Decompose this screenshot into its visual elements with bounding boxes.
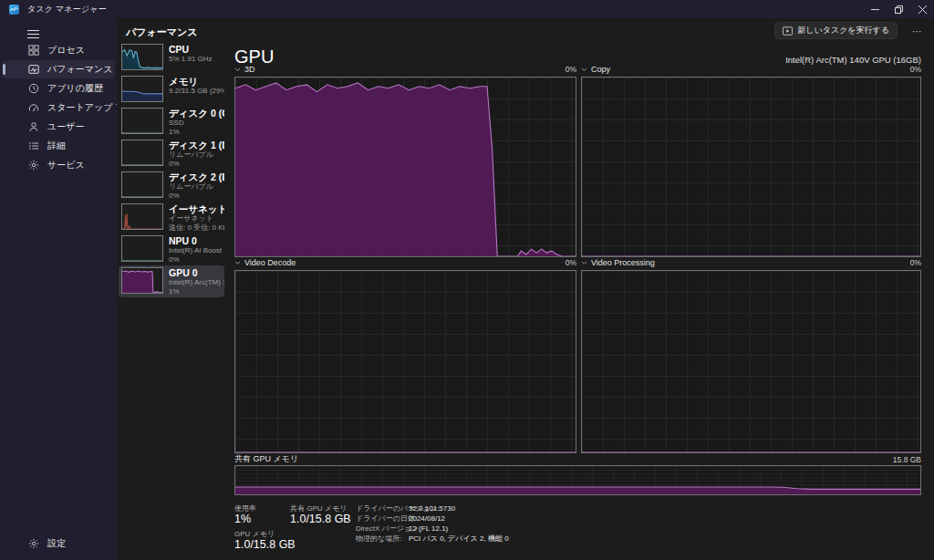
chevron-down-icon — [581, 67, 587, 72]
users-icon — [27, 121, 39, 133]
perf-item-gpu[interactable]: GPU 0Intel(R) Arc(TM) 1...1% — [119, 265, 224, 297]
chevron-down-icon — [234, 261, 241, 265]
close-icon — [918, 5, 927, 14]
minimize-icon — [871, 5, 879, 14]
sidebar-item-startup-apps[interactable]: スタートアップ アプリ — [3, 99, 114, 117]
maximize-button[interactable] — [887, 0, 910, 18]
shared-gpu-memory-value: 1.0/15.8 GB — [290, 513, 351, 525]
perf-item-cpu[interactable]: CPU5% 1.91 GHz — [119, 42, 224, 74]
video-decode-collapse-toggle[interactable]: Video Decode — [234, 258, 296, 267]
page-title: パフォーマンス — [126, 26, 198, 39]
performance-icon — [27, 64, 39, 76]
sidebar: プロセス パフォーマンス アプリの履歴 スタートアップ アプリ — [0, 18, 117, 560]
usage-value: 1% — [234, 513, 251, 525]
chevron-down-icon — [581, 261, 587, 265]
3d-collapse-toggle[interactable]: 3D — [234, 65, 255, 74]
gpu-device-name: Intel(R) Arc(TM) 140V GPU (16GB) — [785, 55, 921, 65]
chart-header-shared-memory: 共有 GPU メモリ 15.8 GB — [234, 453, 921, 465]
titlebar: タスク マネージャー — [0, 0, 934, 18]
startup-apps-icon — [27, 102, 39, 114]
run-task-icon — [783, 26, 793, 36]
copy-scale-label: 0% — [910, 65, 921, 74]
run-task-label: 新しいタスクを実行する — [797, 25, 889, 36]
run-new-task-button[interactable]: 新しいタスクを実行する — [774, 22, 898, 39]
services-icon — [27, 160, 39, 171]
sidebar-item-details[interactable]: 詳細 — [3, 137, 114, 155]
perf-item-disk0[interactable]: ディスク 0 (C:)SSD1% — [119, 106, 224, 138]
gpu-memory-value: 1.0/15.8 GB — [234, 538, 296, 551]
disk1-mini-chart — [122, 140, 162, 165]
sidebar-item-label: ユーザー — [47, 120, 84, 133]
perf-item-disk1[interactable]: ディスク 1 (D:)リムーバブル0% — [119, 138, 224, 170]
shared-memory-label: 共有 GPU メモリ — [234, 453, 298, 465]
copy-collapse-toggle[interactable]: Copy — [581, 65, 610, 74]
sidebar-item-label: パフォーマンス — [47, 63, 112, 76]
sidebar-item-app-history[interactable]: アプリの履歴 — [3, 79, 114, 98]
sidebar-item-processes[interactable]: プロセス — [3, 41, 114, 59]
restore-icon — [895, 5, 903, 14]
task-manager-app-icon — [9, 5, 19, 15]
chevron-down-icon — [234, 67, 241, 72]
directx-version-row: DirectX バージョン: 12 (FL 12.1) — [356, 524, 509, 534]
npu-mini-chart — [122, 236, 162, 261]
driver-version-row: ドライバーのバージョン: 32.0.101.5730 — [356, 503, 509, 513]
gpu-3d-chart — [234, 77, 576, 257]
gear-icon — [27, 538, 39, 550]
sidebar-item-label: アプリの履歴 — [47, 82, 103, 95]
gpu-mini-chart — [122, 268, 162, 293]
more-options-button[interactable]: ··· — [907, 22, 927, 39]
chart-header-copy: Copy 0% — [581, 65, 921, 74]
perf-item-memory[interactable]: メモリ9.2/31.5 GB (29%) — [119, 74, 224, 106]
close-button[interactable] — [910, 0, 934, 18]
perf-item-npu[interactable]: NPU 0Intel(R) AI Boost0% — [119, 233, 224, 265]
shared-memory-chart — [234, 465, 921, 495]
sidebar-item-performance[interactable]: パフォーマンス — [3, 60, 114, 78]
disk2-mini-chart — [122, 172, 162, 197]
settings-label: 設定 — [47, 537, 66, 550]
gpu-video-processing-chart — [581, 270, 921, 453]
sidebar-nav: プロセス パフォーマンス アプリの履歴 スタートアップ アプリ — [0, 40, 117, 175]
ethernet-mini-chart — [122, 204, 162, 229]
hamburger-icon — [27, 29, 39, 39]
sidebar-item-label: サービス — [47, 159, 85, 171]
physical-location-row: 物理的な場所: PCI バス 0, デバイス 2, 機能 0 — [356, 534, 509, 544]
video-processing-collapse-toggle[interactable]: Video Processing — [581, 258, 655, 267]
sidebar-item-settings[interactable]: 設定 — [3, 534, 114, 553]
performance-list: CPU5% 1.91 GHz メモリ9.2/31.5 GB (29%) ディスク… — [119, 42, 224, 297]
window-title: タスク マネージャー — [27, 4, 107, 16]
chart-header-3d: 3D 0% — [234, 65, 576, 74]
window-controls — [863, 0, 934, 18]
driver-date-row: ドライバーの日付: 2024/08/12 — [356, 513, 509, 524]
main-panel: パフォーマンス 新しいタスクを実行する ··· CPU5% 1.91 GHz メ… — [117, 18, 934, 560]
sidebar-item-services[interactable]: サービス — [3, 156, 114, 174]
minimize-button[interactable] — [863, 0, 887, 18]
sidebar-item-users[interactable]: ユーザー — [3, 118, 114, 136]
details-icon — [27, 140, 39, 152]
task-manager-window: タスク マネージャー プロセス — [0, 0, 934, 560]
chart-header-video-processing: Video Processing 0% — [581, 258, 921, 267]
memory-mini-chart — [122, 77, 162, 101]
video-decode-scale-label: 0% — [566, 258, 576, 267]
sidebar-item-label: プロセス — [47, 44, 85, 57]
chart-header-video-decode: Video Decode 0% — [234, 258, 576, 267]
gpu-video-decode-chart — [234, 270, 576, 453]
3d-scale-label: 0% — [566, 65, 576, 74]
gpu-copy-chart — [581, 77, 921, 257]
perf-item-disk2[interactable]: ディスク 2 (E:)リムーバブル0% — [119, 170, 224, 202]
video-processing-scale-label: 0% — [910, 258, 921, 267]
sidebar-item-label: 詳細 — [47, 140, 66, 152]
perf-item-ethernet[interactable]: イーサネットイーサネット送信: 0 受信: 0 Kbps — [119, 202, 224, 233]
driver-info: ドライバーのバージョン: 32.0.101.5730 ドライバーの日付: 202… — [356, 503, 509, 544]
cpu-mini-chart — [122, 45, 162, 69]
app-history-icon — [27, 83, 39, 95]
shared-memory-scale-label: 15.8 GB — [893, 455, 921, 464]
processes-icon — [27, 45, 39, 57]
disk0-mini-chart — [122, 109, 162, 133]
